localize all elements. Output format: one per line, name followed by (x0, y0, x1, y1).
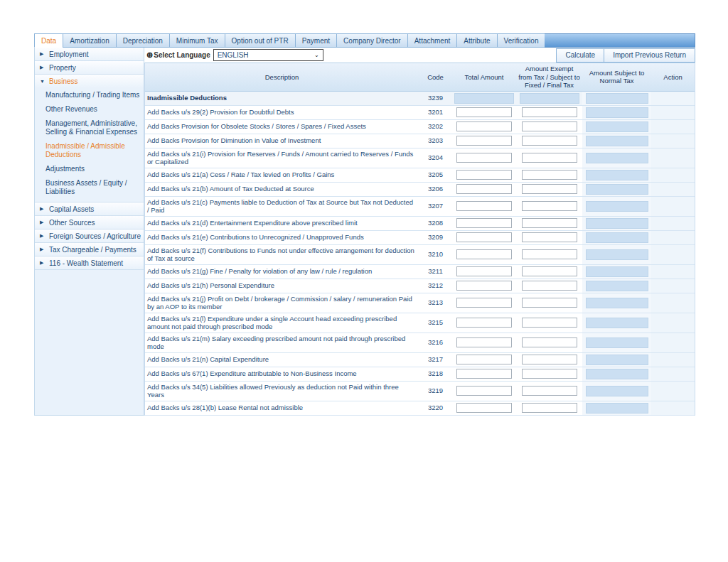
sidebar-item-management-administrative-selling-financial-expenses[interactable]: Management, Administrative, Selling & Fi… (35, 117, 144, 139)
readonly-normal-tax-box (586, 170, 648, 180)
amount-exempt-cell (516, 148, 582, 168)
amount-exempt-input[interactable] (522, 153, 577, 163)
chevron-collapsed-icon: ▶ (40, 206, 46, 212)
row-code: 3239 (419, 92, 452, 105)
readonly-normal-tax-box (586, 93, 648, 104)
amount-exempt-cell (516, 401, 582, 415)
total-amount-input[interactable] (456, 403, 512, 413)
action-cell (651, 382, 695, 401)
sidebar-item-inadmissible-admissible-deductions[interactable]: Inadmissible / Admissible Deductions (35, 139, 144, 162)
total-amount-input[interactable] (456, 298, 512, 308)
row-code: 3210 (419, 245, 452, 264)
total-amount-input[interactable] (456, 184, 512, 194)
row-code: 3206 (419, 183, 452, 196)
import-previous-return-button[interactable]: Import Previous Return (604, 49, 695, 62)
row-description: Add Backs u/s 21(n) Capital Expenditure (145, 353, 419, 367)
sidebar-item-manufacturing-trading-items[interactable]: Manufacturing / Trading Items (35, 88, 144, 102)
amount-exempt-input[interactable] (522, 337, 577, 347)
amount-normal-tax-cell (582, 134, 651, 148)
total-amount-input[interactable] (456, 121, 512, 131)
readonly-normal-tax-box (586, 386, 648, 396)
amount-exempt-input[interactable] (522, 318, 577, 328)
sidebar-item-capital-assets[interactable]: ▶Capital Assets (35, 202, 144, 216)
amount-exempt-input[interactable] (522, 355, 577, 364)
toolbar: ⊕ Select Language ENGLISH ⌄ Calculate Im… (144, 48, 695, 63)
amount-exempt-input[interactable] (522, 249, 577, 259)
amount-normal-tax-cell (582, 245, 651, 264)
tab-depreciation[interactable]: Depreciation (116, 33, 169, 48)
row-description: Add Backs u/s 21(c) Payments liable to D… (145, 197, 419, 216)
total-amount-cell (452, 401, 516, 415)
tab-attribute[interactable]: Attribute (456, 33, 496, 48)
tab-minimum-tax[interactable]: Minimum Tax (169, 33, 225, 48)
table-row: Add Backs u/s 29(2) Provision for Doubtf… (145, 106, 695, 120)
amount-normal-tax-cell (582, 293, 651, 313)
chevron-collapsed-icon: ▶ (40, 51, 46, 57)
tab-option-out-of-ptr[interactable]: Option out of PTR (225, 33, 295, 48)
total-amount-input[interactable] (456, 281, 512, 291)
row-code: 3205 (419, 168, 452, 182)
total-amount-input[interactable] (456, 136, 512, 146)
amount-exempt-input[interactable] (522, 281, 577, 291)
total-amount-input[interactable] (456, 218, 512, 228)
amount-exempt-input[interactable] (522, 201, 577, 211)
total-amount-input[interactable] (456, 266, 512, 276)
sidebar-item-foreign-sources-agriculture[interactable]: ▶Foreign Sources / Agriculture (35, 229, 144, 243)
row-code: 3202 (419, 120, 452, 134)
header-amount-normal-tax: Amount Subject to Normal Tax (582, 63, 651, 91)
sidebar-item-other-sources[interactable]: ▶Other Sources (35, 216, 144, 229)
amount-exempt-input[interactable] (522, 266, 577, 276)
sidebar-item-adjustments[interactable]: Adjustments (35, 162, 144, 176)
sidebar-item-property[interactable]: ▶Property (35, 61, 144, 75)
tab-bar-filler (545, 33, 695, 48)
sidebar-item-business[interactable]: ▼Business (35, 75, 144, 88)
total-amount-cell (452, 231, 516, 244)
sidebar-item-other-revenues[interactable]: Other Revenues (35, 102, 144, 117)
total-amount-input[interactable] (456, 355, 512, 364)
amount-exempt-input[interactable] (522, 170, 577, 180)
readonly-normal-tax-box (586, 337, 648, 348)
tab-verification[interactable]: Verification (497, 33, 545, 48)
tab-payment[interactable]: Payment (295, 33, 336, 48)
amount-exempt-cell (516, 217, 582, 230)
amount-normal-tax-cell (582, 106, 651, 119)
amount-normal-tax-cell (582, 231, 651, 244)
total-amount-input[interactable] (456, 107, 512, 117)
amount-exempt-input[interactable] (522, 107, 577, 117)
header-description: Description (145, 63, 419, 91)
amount-exempt-input[interactable] (522, 386, 577, 396)
total-amount-input[interactable] (456, 249, 512, 259)
calculate-button[interactable]: Calculate (557, 49, 604, 62)
amount-exempt-input[interactable] (522, 403, 577, 413)
sidebar-item-business-assets-equity-liabilities[interactable]: Business Assets / Equity / Liabilities (35, 176, 144, 199)
total-amount-input[interactable] (456, 386, 512, 396)
chevron-collapsed-icon: ▶ (40, 220, 46, 225)
language-select[interactable]: ENGLISH ⌄ (213, 49, 323, 61)
tab-company-director[interactable]: Company Director (336, 33, 407, 48)
tab-attachment[interactable]: Attachment (407, 33, 457, 48)
amount-exempt-input[interactable] (522, 184, 577, 194)
amount-exempt-input[interactable] (522, 232, 577, 242)
total-amount-input[interactable] (456, 369, 512, 379)
total-amount-input[interactable] (456, 201, 512, 211)
sidebar-item-employment[interactable]: ▶Employment (35, 48, 144, 61)
amount-exempt-input[interactable] (522, 369, 577, 379)
tab-amortization[interactable]: Amortization (63, 33, 116, 48)
total-amount-input[interactable] (456, 232, 512, 242)
amount-exempt-input[interactable] (522, 136, 577, 146)
total-amount-input[interactable] (456, 318, 512, 328)
amount-exempt-input[interactable] (522, 298, 577, 308)
total-amount-input[interactable] (456, 153, 512, 163)
sidebar-item-tax-chargeable-payments[interactable]: ▶Tax Chargeable / Payments (35, 243, 144, 256)
row-description: Add Backs u/s 29(2) Provision for Doubtf… (145, 106, 419, 119)
total-amount-cell (452, 148, 516, 168)
tab-data[interactable]: Data (34, 33, 63, 48)
row-description: Add Backs u/s 21(a) Cess / Rate / Tax le… (145, 168, 419, 182)
amount-exempt-input[interactable] (522, 121, 577, 131)
sidebar-item-116-wealth-statement[interactable]: ▶116 - Wealth Statement (35, 256, 144, 270)
readonly-normal-tax-box (586, 369, 648, 379)
amount-exempt-input[interactable] (522, 218, 577, 228)
chevron-collapsed-icon: ▶ (40, 65, 46, 70)
total-amount-input[interactable] (456, 337, 512, 347)
total-amount-input[interactable] (456, 170, 512, 180)
